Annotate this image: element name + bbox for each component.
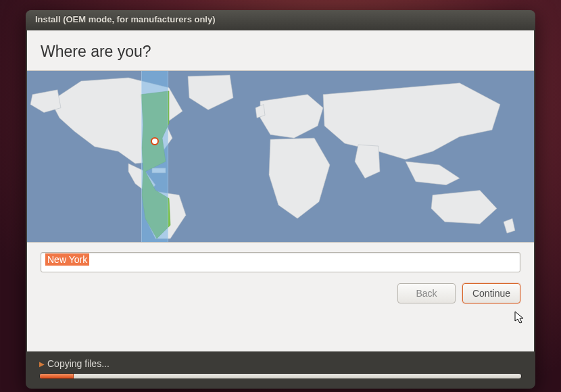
location-input[interactable]: New York <box>41 252 520 272</box>
disclosure-triangle-icon: ▶ <box>39 360 45 368</box>
timezone-map[interactable] <box>27 70 534 243</box>
location-marker-icon <box>151 137 159 145</box>
progress-bar <box>39 373 522 379</box>
button-row: Back Continue <box>27 272 534 303</box>
page-title: Where are you? <box>27 30 534 70</box>
world-map-svg <box>27 71 534 242</box>
location-input-wrap: New York <box>27 243 534 272</box>
timezone-band <box>141 71 168 242</box>
status-row[interactable]: ▶ Copying files... <box>39 358 522 369</box>
footer: ▶ Copying files... <box>26 351 535 389</box>
back-button[interactable]: Back <box>397 283 456 303</box>
titlebar: Install (OEM mode, for manufacturers onl… <box>26 10 535 29</box>
progress-bar-fill <box>40 374 74 378</box>
installer-window: Install (OEM mode, for manufacturers onl… <box>26 10 535 389</box>
content-area: Where are you? <box>27 30 534 351</box>
status-label: Copying files... <box>47 358 109 369</box>
location-input-value: New York <box>45 253 89 266</box>
window-title: Install (OEM mode, for manufacturers onl… <box>35 14 216 24</box>
continue-button[interactable]: Continue <box>462 283 520 303</box>
